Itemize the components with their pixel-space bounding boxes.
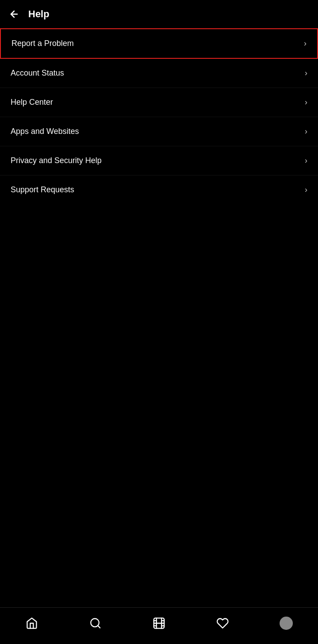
chevron-right-icon: › (305, 127, 307, 136)
menu-item-label: Support Requests (11, 185, 74, 194)
nav-item-home[interactable] (0, 614, 64, 633)
svg-line-2 (98, 625, 100, 628)
search-icon (89, 617, 102, 629)
chevron-right-icon: › (305, 185, 307, 194)
bottom-nav (0, 607, 318, 644)
nav-item-profile[interactable] (254, 613, 318, 633)
chevron-right-icon: › (305, 69, 307, 78)
menu-item-label: Report a Problem (11, 39, 74, 48)
content-spacer (0, 406, 318, 607)
menu-item-apps-websites[interactable]: Apps and Websites › (0, 117, 318, 146)
menu-item-label: Privacy and Security Help (11, 156, 102, 165)
menu-item-label: Help Center (11, 98, 53, 107)
header: Help (0, 0, 318, 28)
page-title: Help (28, 8, 49, 20)
menu-item-support-requests[interactable]: Support Requests › (0, 175, 318, 204)
menu-item-label: Account Status (11, 69, 64, 78)
nav-item-search[interactable] (64, 614, 127, 633)
menu-list: Report a Problem › Account Status › Help… (0, 28, 318, 406)
menu-item-label: Apps and Websites (11, 127, 79, 136)
nav-item-reels[interactable] (127, 614, 191, 633)
reels-icon (153, 617, 165, 629)
menu-item-account-status[interactable]: Account Status › (0, 59, 318, 88)
menu-item-help-center[interactable]: Help Center › (0, 88, 318, 117)
heart-icon (216, 617, 229, 629)
nav-item-favorites[interactable] (191, 614, 254, 633)
menu-item-privacy-security[interactable]: Privacy and Security Help › (0, 146, 318, 175)
chevron-right-icon: › (305, 98, 307, 107)
home-icon (26, 617, 38, 629)
profile-avatar (280, 617, 293, 630)
back-button[interactable] (7, 7, 21, 21)
chevron-right-icon: › (304, 39, 307, 48)
menu-item-report-problem[interactable]: Report a Problem › (0, 28, 318, 59)
chevron-right-icon: › (305, 156, 307, 165)
